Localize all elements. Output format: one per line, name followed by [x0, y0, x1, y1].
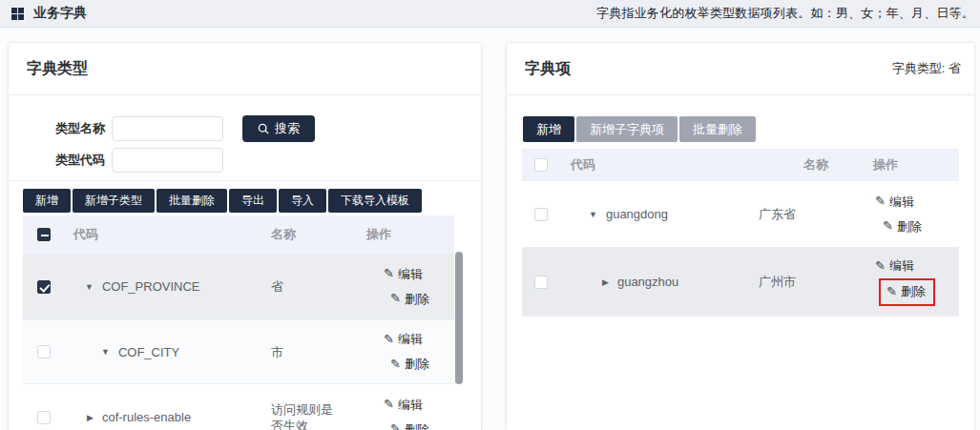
add-button[interactable]: 新增: [23, 189, 71, 213]
type-code-label: 类型代码: [28, 148, 112, 173]
page-description: 字典指业务化的枚举类型数据项列表。如：男、女；年、月、日等。: [596, 5, 974, 22]
top-bar: 业务字典 字典指业务化的枚举类型数据项列表。如：男、女；年、月、日等。: [0, 0, 980, 28]
expand-arrow-icon[interactable]: ▼: [589, 210, 597, 219]
pen-icon: ✎: [384, 332, 394, 346]
pen-icon: ✎: [875, 194, 886, 208]
table-row-cof-rules-enable[interactable]: ▶ cof-rules-enable 访问规则是否生效 ✎ 编辑 ✎ 删除: [23, 384, 454, 430]
select-all-checkbox[interactable]: [37, 228, 51, 241]
dict-item-table: 代码 名称 操作 ▼ guangdong 广东省 ✎ 编辑 ✎ 删除: [522, 149, 959, 317]
ops-column-header: 操作: [352, 226, 454, 243]
pen-icon: ✎: [875, 258, 886, 273]
name-column-header: 名称: [797, 156, 873, 174]
row-name: 市: [257, 344, 352, 360]
row-name: 广州市: [759, 274, 873, 290]
row-name: 广东省: [759, 206, 873, 222]
dict-type-title: 字典类型: [27, 59, 88, 79]
table-scrollbar[interactable]: [455, 252, 463, 384]
expand-arrow-icon[interactable]: ▼: [85, 282, 94, 292]
delete-button[interactable]: ✎ 删除: [886, 283, 926, 300]
download-template-button[interactable]: 下载导入模板: [328, 189, 422, 213]
delete-button[interactable]: ✎ 删除: [390, 291, 429, 308]
row-code: guangdong: [606, 207, 668, 221]
name-column-header: 名称: [257, 226, 352, 243]
export-button[interactable]: 导出: [229, 189, 277, 213]
edit-button[interactable]: ✎ 编辑: [384, 266, 423, 283]
import-button[interactable]: 导入: [279, 189, 326, 213]
search-form: 类型名称 搜索 类型代码: [9, 95, 481, 173]
row-name: 省: [257, 278, 352, 295]
row-checkbox[interactable]: [37, 280, 51, 294]
dict-type-toolbar: 新增 新增子类型 批量删除 导出 导入 下载导入模板: [23, 189, 481, 213]
pen-icon: ✎: [390, 291, 401, 305]
pen-icon: ✎: [390, 421, 401, 430]
add-subtype-button[interactable]: 新增子类型: [73, 189, 155, 213]
batch-delete-items-button[interactable]: 批量删除: [679, 116, 756, 142]
dict-item-panel-header: 字典项 字典类型: 省: [507, 43, 974, 95]
current-type-label: 字典类型: 省: [892, 60, 961, 77]
table-row-guangzhou[interactable]: ▶ guangzhou 广州市 ✎ 编辑 ✎ 删除: [522, 248, 959, 317]
code-column-header: 代码: [560, 156, 797, 174]
delete-highlight-box: ✎ 删除: [879, 278, 935, 306]
expand-arrow-icon[interactable]: ▶: [602, 277, 609, 287]
dict-item-toolbar: 新增 新增子字典项 批量删除: [523, 116, 974, 142]
row-code: cof-rules-enable: [102, 410, 191, 424]
apps-grid-icon[interactable]: [11, 8, 24, 20]
expand-arrow-icon[interactable]: ▼: [101, 347, 110, 357]
batch-delete-button[interactable]: 批量删除: [156, 189, 227, 213]
search-button[interactable]: 搜索: [242, 115, 315, 142]
select-all-checkbox[interactable]: [534, 158, 548, 172]
delete-button[interactable]: ✎ 删除: [390, 356, 429, 373]
dict-type-table-header: 代码 名称 操作: [23, 215, 454, 254]
delete-button[interactable]: ✎ 删除: [390, 421, 429, 430]
add-item-button[interactable]: 新增: [523, 116, 574, 142]
type-code-input[interactable]: [112, 148, 223, 173]
pen-icon: ✎: [390, 357, 401, 371]
form-divider: [9, 180, 481, 181]
edit-button[interactable]: ✎ 编辑: [384, 331, 423, 348]
table-row-guangdong[interactable]: ▼ guangdong 广东省 ✎ 编辑 ✎ 删除: [522, 181, 959, 248]
table-row-cof-province[interactable]: ▼ COF_PROVINCE 省 ✎ 编辑 ✎ 删除: [23, 254, 454, 320]
table-row-cof-city[interactable]: ▼ COF_CITY 市 ✎ 编辑 ✎ 删除: [23, 320, 454, 384]
dict-item-panel: 字典项 字典类型: 省 新增 新增子字典项 批量删除 代码 名称 操作 ▼ gu…: [506, 42, 975, 430]
page-title: 业务字典: [33, 5, 87, 22]
code-column-header: 代码: [61, 226, 257, 243]
row-name: 访问规则是否生效: [257, 401, 352, 430]
search-icon: [258, 123, 269, 134]
delete-button[interactable]: ✎ 删除: [883, 218, 922, 235]
pen-icon: ✎: [384, 397, 394, 411]
dict-item-table-header: 代码 名称 操作: [522, 149, 959, 181]
row-code: guangzhou: [617, 275, 678, 289]
type-name-input[interactable]: [112, 116, 223, 141]
pen-icon: ✎: [883, 218, 893, 233]
type-name-label: 类型名称: [28, 116, 112, 141]
expand-arrow-icon[interactable]: ▶: [87, 413, 94, 422]
dict-type-table: 代码 名称 操作 ▼ COF_PROVINCE 省 ✎ 编辑 ✎ 删除: [23, 215, 454, 430]
add-subitem-button[interactable]: 新增子字典项: [576, 116, 678, 142]
ops-column-header: 操作: [873, 156, 959, 174]
pen-icon: ✎: [384, 266, 394, 280]
row-checkbox[interactable]: [37, 345, 51, 358]
dict-type-panel-header: 字典类型: [9, 43, 481, 95]
edit-button[interactable]: ✎ 编辑: [875, 257, 914, 275]
search-button-label: 搜索: [275, 120, 300, 137]
row-checkbox[interactable]: [37, 411, 51, 424]
row-code: COF_PROVINCE: [102, 279, 200, 294]
edit-button[interactable]: ✎ 编辑: [384, 397, 423, 414]
pen-icon: ✎: [886, 284, 897, 298]
row-checkbox[interactable]: [534, 276, 548, 289]
dict-type-panel: 字典类型 类型名称 搜索 类型代码 新增 新增子类型 批量删除 导出 导入 下载…: [8, 42, 482, 430]
row-checkbox[interactable]: [534, 208, 548, 221]
row-code: COF_CITY: [118, 345, 179, 359]
dict-item-title: 字典项: [525, 59, 571, 79]
edit-button[interactable]: ✎ 编辑: [875, 194, 914, 211]
